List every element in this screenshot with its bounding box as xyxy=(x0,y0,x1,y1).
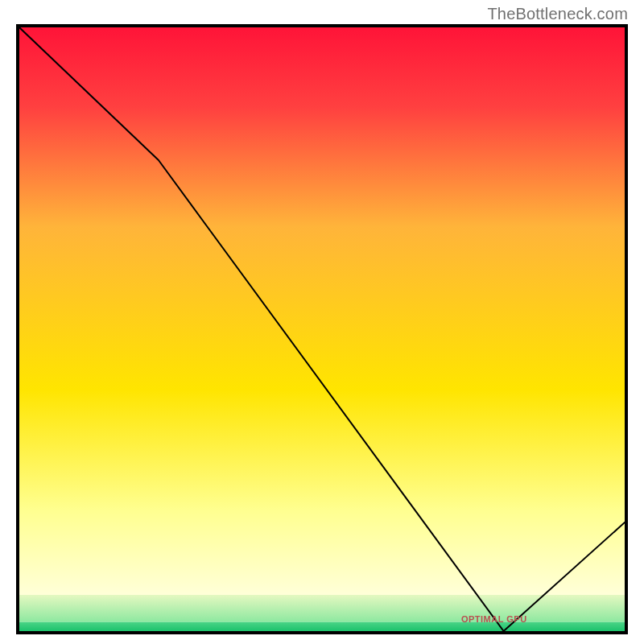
optimal-gpu-label: OPTIMAL GPU xyxy=(461,614,527,624)
watermark-text: TheBottleneck.com xyxy=(487,5,628,23)
bottleneck-curve xyxy=(19,27,625,631)
chart-frame: OPTIMAL GPU xyxy=(16,24,628,634)
plot-area: OPTIMAL GPU xyxy=(19,27,625,631)
